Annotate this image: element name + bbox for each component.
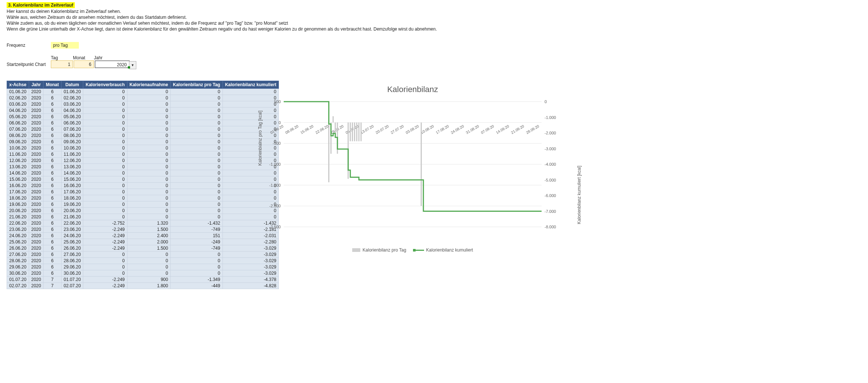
table-cell: 6 <box>43 89 61 95</box>
table-cell: 16.06.20 <box>61 183 83 189</box>
table-cell: 23.06.20 <box>61 226 83 233</box>
table-row[interactable]: 02.07.202020702.07.20-2.2491.800-449-4.8… <box>7 283 279 289</box>
frequenz-value[interactable]: pro Tag <box>51 42 79 49</box>
table-row[interactable]: 06.06.202020606.06.200000 <box>7 120 279 126</box>
table-cell: 2020 <box>29 245 43 252</box>
dropdown-icon[interactable]: ▼ <box>129 61 136 69</box>
table-cell: 2020 <box>29 133 43 139</box>
table-row[interactable]: 17.06.202020617.06.200000 <box>7 189 279 195</box>
table-cell: 06.06.20 <box>61 120 83 126</box>
table-cell: 0 <box>83 139 127 145</box>
col-tag-header: Tag <box>51 55 73 60</box>
table-row[interactable]: 27.06.202020627.06.20000-3.029 <box>7 252 279 258</box>
table-header: Datum <box>61 81 83 89</box>
table-cell: 16.06.20 <box>7 183 29 189</box>
table-cell: 0 <box>171 151 223 158</box>
table-row[interactable]: 30.06.202020630.06.20000-3.029 <box>7 270 279 277</box>
table-cell: -2.249 <box>83 245 127 252</box>
table-row[interactable]: 29.06.202020629.06.20000-3.029 <box>7 264 279 270</box>
jahr-input[interactable]: 2020 ▼ <box>95 60 130 68</box>
table-row[interactable]: 09.06.202020609.06.200000 <box>7 139 279 145</box>
table-cell: 03.06.20 <box>7 101 29 108</box>
table-cell: 0 <box>127 133 171 139</box>
svg-text:-6.000: -6.000 <box>545 193 556 198</box>
table-cell: 1.500 <box>127 226 171 233</box>
table-row[interactable]: 11.06.202020611.06.200000 <box>7 151 279 158</box>
table-cell: 05.06.20 <box>7 114 29 120</box>
table-cell: 26.06.20 <box>7 245 29 252</box>
table-cell: 6 <box>43 158 61 164</box>
table-cell: 0 <box>171 264 223 270</box>
svg-text:21.09.20: 21.09.20 <box>510 124 525 135</box>
table-row[interactable]: 22.06.202020622.06.20-2.7521.320-1.432-1… <box>7 220 279 226</box>
table-row[interactable]: 15.06.202020615.06.200000 <box>7 176 279 183</box>
table-row[interactable]: 02.06.202020602.06.200000 <box>7 95 279 101</box>
table-row[interactable]: 23.06.202020623.06.20-2.2491.500-749-2.1… <box>7 226 279 233</box>
table-row[interactable]: 08.06.202020608.06.200000 <box>7 133 279 139</box>
table-cell: 0 <box>127 114 171 120</box>
table-cell: 0 <box>127 208 171 214</box>
table-row[interactable]: 07.06.202020607.06.200000 <box>7 126 279 133</box>
table-row[interactable]: 19.06.202020619.06.200000 <box>7 201 279 208</box>
jahr-value: 2020 <box>117 62 127 67</box>
table-row[interactable]: 28.06.202020628.06.20000-3.029 <box>7 258 279 264</box>
tag-input[interactable]: 1 <box>51 60 73 68</box>
monat-input[interactable]: 6 <box>74 60 94 68</box>
table-cell: -2.249 <box>83 239 127 245</box>
table-row[interactable]: 13.06.202020613.06.200000 <box>7 164 279 170</box>
table-row[interactable]: 18.06.202020618.06.200000 <box>7 195 279 201</box>
table-row[interactable]: 01.06.202020601.06.200000 <box>7 89 279 95</box>
table-row[interactable]: 21.06.202020621.06.200000 <box>7 214 279 220</box>
table-cell: 0 <box>171 258 223 264</box>
table-row[interactable]: 16.06.202020616.06.200000 <box>7 183 279 189</box>
table-row[interactable]: 20.06.202020620.06.200000 <box>7 208 279 214</box>
table-cell: 06.06.20 <box>7 120 29 126</box>
table-cell: 2020 <box>29 151 43 158</box>
table-cell: 2020 <box>29 114 43 120</box>
table-cell: -2.249 <box>83 277 127 283</box>
table-cell: 04.06.20 <box>7 108 29 114</box>
cell-grip-icon[interactable] <box>128 66 130 68</box>
svg-rect-47 <box>350 123 351 141</box>
table-cell: 2020 <box>29 189 43 195</box>
table-row[interactable]: 01.07.202020701.07.20-2.249900-1.349-4.3… <box>7 277 279 283</box>
table-cell: 0 <box>83 158 127 164</box>
table-cell: 0 <box>171 126 223 133</box>
table-row[interactable]: 25.06.202020625.06.20-2.2492.000-249-2.2… <box>7 239 279 245</box>
table-cell: -249 <box>171 239 223 245</box>
svg-text:-7.000: -7.000 <box>545 209 556 214</box>
table-cell: 6 <box>43 201 61 208</box>
table-row[interactable]: 04.06.202020604.06.200000 <box>7 108 279 114</box>
chart-canvas: 5000-500-1.000-1.500-2.000-2.5000-1.000-… <box>258 98 567 245</box>
svg-rect-53 <box>421 123 422 206</box>
table-cell: 151 <box>171 233 223 239</box>
table-cell: 2020 <box>29 195 43 201</box>
table-cell: -2.249 <box>83 283 127 289</box>
table-row[interactable]: 26.06.202020626.06.20-2.2491.500-749-3.0… <box>7 245 279 252</box>
table-cell: 0 <box>171 270 223 277</box>
table-row[interactable]: 03.06.202020603.06.200000 <box>7 101 279 108</box>
table-cell: 0 <box>83 176 127 183</box>
data-table[interactable]: x-AchseJahrMonatDatumKalorienverbrauchKa… <box>7 81 279 289</box>
svg-text:0: 0 <box>545 99 547 104</box>
table-cell: 0 <box>83 151 127 158</box>
table-cell: 2020 <box>29 126 43 133</box>
table-cell: 0 <box>83 145 127 151</box>
table-cell: 6 <box>43 114 61 120</box>
table-cell: 29.06.20 <box>7 264 29 270</box>
table-cell: 0 <box>171 252 223 258</box>
table-row[interactable]: 05.06.202020605.06.200000 <box>7 114 279 120</box>
table-cell: 0 <box>171 101 223 108</box>
table-cell: 0 <box>171 114 223 120</box>
table-cell: 02.06.20 <box>61 95 83 101</box>
table-row[interactable]: 10.06.202020610.06.200000 <box>7 145 279 151</box>
svg-text:07.09.20: 07.09.20 <box>480 124 495 135</box>
table-cell: 6 <box>43 226 61 233</box>
table-cell: -749 <box>171 226 223 233</box>
table-row[interactable]: 24.06.202020624.06.20-2.2492.400151-2.03… <box>7 233 279 239</box>
table-cell: 0 <box>171 189 223 195</box>
table-cell: 0 <box>127 183 171 189</box>
table-row[interactable]: 12.06.202020612.06.200000 <box>7 158 279 164</box>
table-row[interactable]: 14.06.202020614.06.200000 <box>7 170 279 176</box>
table-cell: 0 <box>171 133 223 139</box>
